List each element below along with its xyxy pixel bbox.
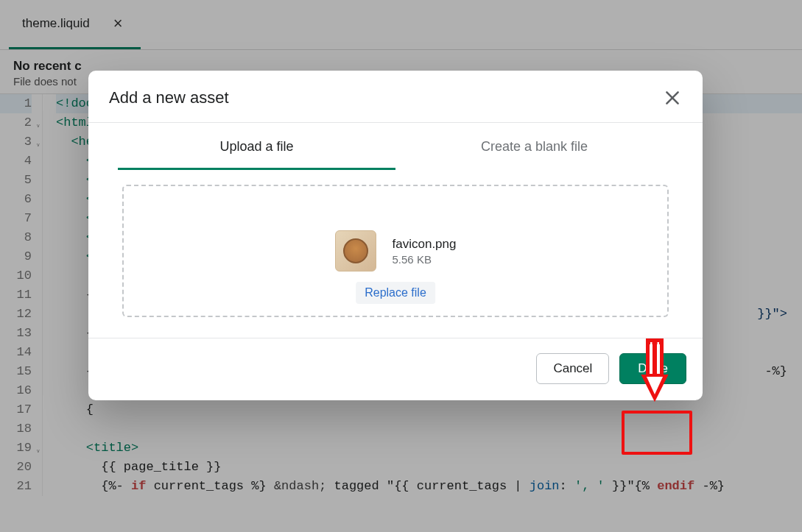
file-size: 5.56 KB bbox=[393, 253, 457, 266]
file-dropzone[interactable]: favicon.png 5.56 KB Replace file bbox=[122, 185, 669, 317]
file-thumbnail bbox=[335, 230, 376, 272]
close-icon[interactable] bbox=[663, 88, 682, 107]
add-asset-modal: Add a new asset Upload a file Create a b… bbox=[88, 71, 703, 400]
modal-title: Add a new asset bbox=[109, 88, 229, 107]
replace-file-link[interactable]: Replace file bbox=[356, 282, 435, 304]
tab-label: Upload a file bbox=[219, 139, 293, 154]
file-name: favicon.png bbox=[393, 237, 457, 252]
modal-footer: Cancel Done bbox=[88, 338, 703, 400]
cancel-button[interactable]: Cancel bbox=[536, 353, 609, 384]
tab-create-blank-file[interactable]: Create a blank file bbox=[395, 123, 673, 170]
done-button[interactable]: Done bbox=[619, 353, 686, 384]
dropzone-wrapper: favicon.png 5.56 KB Replace file bbox=[88, 170, 703, 338]
modal-header: Add a new asset bbox=[88, 71, 703, 123]
tab-label: Create a blank file bbox=[481, 139, 588, 154]
thumbnail-image bbox=[343, 238, 368, 263]
tab-upload-file[interactable]: Upload a file bbox=[118, 123, 395, 170]
modal-tabs: Upload a file Create a blank file bbox=[88, 123, 703, 170]
file-info: favicon.png 5.56 KB bbox=[393, 237, 457, 266]
